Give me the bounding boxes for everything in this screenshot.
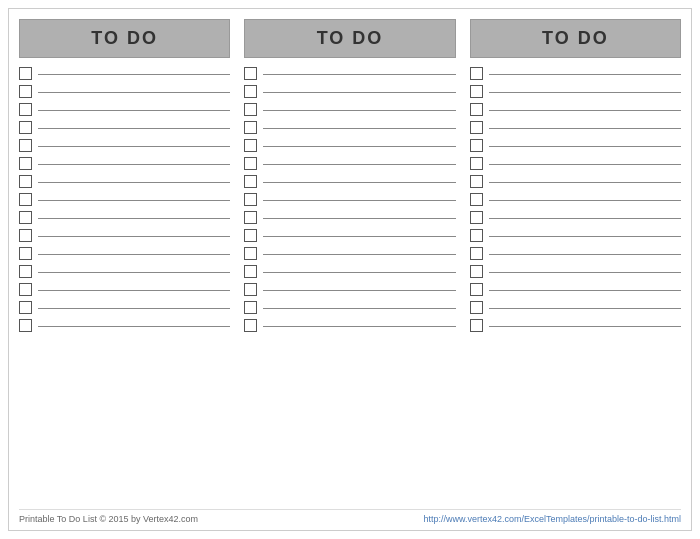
todo-checkbox[interactable] [19, 283, 32, 296]
todo-line [38, 290, 230, 291]
todo-line [489, 110, 681, 111]
todo-checkbox[interactable] [244, 211, 257, 224]
todo-checkbox[interactable] [19, 103, 32, 116]
todo-items-2 [244, 66, 455, 503]
todo-item [244, 300, 455, 315]
todo-item [244, 282, 455, 297]
todo-item [19, 210, 230, 225]
todo-checkbox[interactable] [19, 265, 32, 278]
todo-line [263, 182, 455, 183]
todo-item [470, 246, 681, 261]
todo-checkbox[interactable] [470, 139, 483, 152]
todo-line [489, 218, 681, 219]
todo-checkbox[interactable] [19, 67, 32, 80]
todo-checkbox[interactable] [244, 229, 257, 242]
todo-checkbox[interactable] [19, 193, 32, 206]
todo-column-1: TO DO [19, 19, 230, 503]
todo-item [19, 120, 230, 135]
todo-checkbox[interactable] [470, 229, 483, 242]
todo-item [244, 120, 455, 135]
todo-items-3 [470, 66, 681, 503]
todo-line [489, 92, 681, 93]
todo-line [263, 254, 455, 255]
todo-header-2: TO DO [244, 19, 455, 58]
todo-checkbox[interactable] [244, 247, 257, 260]
todo-line [489, 164, 681, 165]
todo-checkbox[interactable] [470, 265, 483, 278]
todo-item [244, 318, 455, 333]
todo-checkbox[interactable] [470, 211, 483, 224]
todo-checkbox[interactable] [244, 139, 257, 152]
todo-line [38, 182, 230, 183]
todo-checkbox[interactable] [470, 193, 483, 206]
todo-item [470, 300, 681, 315]
todo-line [263, 164, 455, 165]
todo-item [470, 174, 681, 189]
todo-line [38, 236, 230, 237]
todo-checkbox[interactable] [19, 211, 32, 224]
todo-checkbox[interactable] [244, 67, 257, 80]
todo-checkbox[interactable] [244, 103, 257, 116]
todo-checkbox[interactable] [470, 67, 483, 80]
todo-item [470, 192, 681, 207]
todo-column-3: TO DO [470, 19, 681, 503]
todo-checkbox[interactable] [244, 265, 257, 278]
todo-line [38, 92, 230, 93]
todo-item [19, 318, 230, 333]
todo-line [38, 308, 230, 309]
todo-line [38, 110, 230, 111]
todo-line [489, 326, 681, 327]
todo-checkbox[interactable] [470, 283, 483, 296]
todo-checkbox[interactable] [244, 175, 257, 188]
todo-checkbox[interactable] [470, 85, 483, 98]
todo-line [38, 146, 230, 147]
todo-checkbox[interactable] [19, 121, 32, 134]
todo-line [489, 74, 681, 75]
todo-checkbox[interactable] [19, 139, 32, 152]
todo-checkbox[interactable] [470, 319, 483, 332]
todo-checkbox[interactable] [470, 301, 483, 314]
todo-checkbox[interactable] [19, 229, 32, 242]
todo-item [470, 228, 681, 243]
todo-checkbox[interactable] [19, 301, 32, 314]
todo-line [38, 254, 230, 255]
footer-left: Printable To Do List © 2015 by Vertex42.… [19, 514, 198, 524]
page-wrapper: TO DO TO DO TO DO Printable To Do List ©… [8, 8, 692, 531]
todo-item [19, 264, 230, 279]
todo-line [489, 272, 681, 273]
todo-line [263, 74, 455, 75]
todo-checkbox[interactable] [470, 157, 483, 170]
todo-checkbox[interactable] [19, 157, 32, 170]
columns-container: TO DO TO DO TO DO [19, 19, 681, 503]
todo-item [19, 300, 230, 315]
todo-item [19, 246, 230, 261]
todo-checkbox[interactable] [19, 175, 32, 188]
todo-item [244, 102, 455, 117]
todo-checkbox[interactable] [244, 85, 257, 98]
todo-item [470, 318, 681, 333]
footer: Printable To Do List © 2015 by Vertex42.… [19, 509, 681, 524]
todo-line [263, 236, 455, 237]
todo-item [19, 84, 230, 99]
todo-line [38, 128, 230, 129]
todo-checkbox[interactable] [19, 247, 32, 260]
todo-checkbox[interactable] [244, 157, 257, 170]
todo-checkbox[interactable] [19, 85, 32, 98]
todo-checkbox[interactable] [470, 121, 483, 134]
todo-checkbox[interactable] [244, 193, 257, 206]
todo-line [38, 326, 230, 327]
todo-header-1: TO DO [19, 19, 230, 58]
todo-checkbox[interactable] [470, 175, 483, 188]
todo-checkbox[interactable] [470, 247, 483, 260]
todo-checkbox[interactable] [19, 319, 32, 332]
todo-checkbox[interactable] [244, 121, 257, 134]
todo-checkbox[interactable] [244, 283, 257, 296]
todo-item [244, 228, 455, 243]
todo-checkbox[interactable] [244, 301, 257, 314]
todo-item [19, 156, 230, 171]
todo-line [489, 236, 681, 237]
todo-line [38, 218, 230, 219]
todo-checkbox[interactable] [470, 103, 483, 116]
todo-line [489, 200, 681, 201]
todo-checkbox[interactable] [244, 319, 257, 332]
